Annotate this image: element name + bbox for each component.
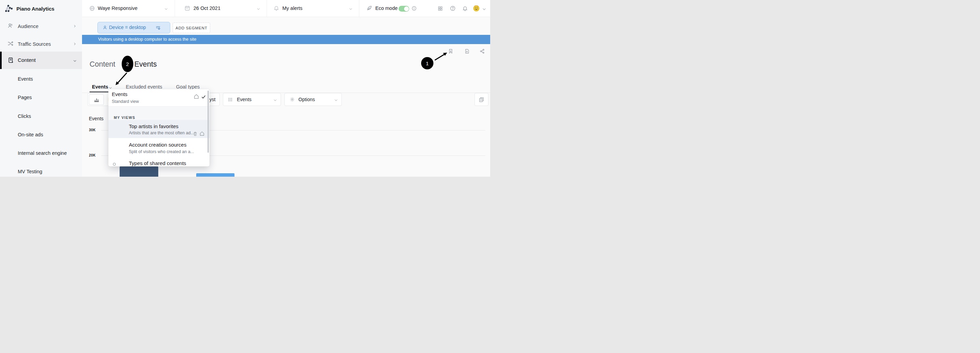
topbar: Waye Responsive 26 Oct 2021 My alerts bbox=[82, 0, 490, 17]
topbar-divider bbox=[267, 0, 267, 17]
globe-icon bbox=[89, 5, 95, 11]
view-item-standard[interactable]: Events Standard view bbox=[108, 89, 210, 106]
topbar-divider bbox=[175, 0, 175, 17]
tab-excluded-events[interactable]: Excluded events bbox=[126, 84, 162, 89]
sidebar-item-audience[interactable]: Audience bbox=[0, 22, 82, 32]
topbar-divider bbox=[359, 0, 359, 17]
view-title: Top artists in favorites bbox=[129, 123, 178, 129]
eco-mode-label: Eco mode bbox=[375, 5, 398, 11]
check-icon bbox=[201, 94, 206, 99]
view-item-account-creation[interactable]: Account creation sources Split of visito… bbox=[108, 138, 210, 156]
my-views-section: MY VIEWS bbox=[108, 106, 210, 120]
sidebar-subitem-pages[interactable]: Pages bbox=[18, 95, 32, 100]
chevron-right-icon bbox=[73, 24, 76, 28]
page-title: Events bbox=[134, 60, 157, 69]
sidebar: Piano Analytics Audience Traff bbox=[0, 0, 82, 176]
view-subtitle: Standard view bbox=[112, 99, 139, 104]
sidebar-subitem-onsite-ads[interactable]: On-site ads bbox=[18, 132, 43, 137]
content-document-icon bbox=[8, 57, 14, 64]
share-icon[interactable] bbox=[480, 49, 485, 54]
notifications-bell-icon[interactable] bbox=[462, 5, 468, 11]
active-section-indicator bbox=[0, 52, 2, 69]
y-tick-30k: 30K bbox=[85, 128, 96, 132]
view-marker-circle-icon bbox=[113, 163, 116, 166]
app-title: Piano Analytics bbox=[16, 6, 54, 12]
gear-icon bbox=[290, 97, 295, 102]
annotation-step-2: 2 bbox=[122, 56, 133, 72]
chevron-down-icon[interactable] bbox=[256, 7, 261, 11]
dropdown-scrollbar[interactable] bbox=[207, 91, 209, 153]
calendar-icon bbox=[184, 5, 190, 11]
sidebar-item-label: Audience bbox=[18, 24, 38, 29]
sidebar-subitem-clicks[interactable]: Clicks bbox=[18, 113, 31, 119]
options-select[interactable]: Options bbox=[285, 93, 342, 106]
sidebar-subitem-events[interactable]: Events bbox=[18, 76, 33, 82]
site-picker[interactable]: Waye Responsive bbox=[98, 5, 137, 11]
view-title: Types of shared contents bbox=[129, 160, 186, 166]
person-icon bbox=[102, 25, 108, 30]
options-select-value: Options bbox=[298, 97, 315, 102]
view-title: Account creation sources bbox=[129, 142, 186, 148]
segment-description-banner: Visitors using a desktop computer to acc… bbox=[82, 35, 490, 44]
chart-title: Events bbox=[89, 116, 103, 121]
tab-goal-types[interactable]: Goal types bbox=[176, 84, 200, 89]
eco-mode-toggle[interactable] bbox=[399, 6, 409, 12]
view-item-shared-contents[interactable]: Types of shared contents bbox=[108, 156, 210, 166]
chevron-right-icon bbox=[73, 42, 76, 46]
sidebar-item-traffic-sources[interactable]: Traffic Sources bbox=[0, 39, 82, 49]
date-picker[interactable]: 26 Oct 2021 bbox=[194, 5, 221, 11]
sidebar-subitem-mv-testing[interactable]: MV Testing bbox=[18, 169, 42, 174]
help-icon[interactable] bbox=[450, 5, 456, 11]
breakdown-select-value: Events bbox=[237, 97, 251, 102]
piano-logo-icon bbox=[5, 4, 13, 13]
add-segment-button[interactable]: ADD SEGMENT bbox=[173, 22, 210, 33]
chevron-down-icon[interactable] bbox=[348, 7, 353, 11]
eco-leaf-icon bbox=[366, 5, 372, 11]
copy-icon bbox=[479, 97, 484, 103]
chevron-down-icon bbox=[273, 98, 277, 102]
bar-series-dark[interactable] bbox=[119, 166, 158, 176]
annotation-number: 2 bbox=[126, 61, 129, 67]
sidebar-item-label: Content bbox=[18, 57, 36, 63]
apps-grid-icon[interactable] bbox=[438, 6, 443, 11]
annotation-step-1: 1 bbox=[421, 57, 433, 69]
bar-series-light[interactable] bbox=[196, 173, 234, 176]
view-item-top-artists[interactable]: Top artists in favorites Artists that ar… bbox=[108, 120, 210, 138]
chevron-down-icon bbox=[334, 98, 338, 102]
tab-events[interactable]: Events bbox=[92, 84, 108, 89]
delete-view-trash-icon[interactable] bbox=[193, 131, 197, 136]
chevron-down-icon bbox=[73, 59, 77, 63]
my-views-label: MY VIEWS bbox=[114, 116, 135, 119]
export-document-icon[interactable]: D bbox=[465, 49, 470, 54]
segment-chip-device-desktop[interactable]: Device = desktop bbox=[97, 22, 170, 33]
view-subtitle: Split of visitors who created an a... bbox=[129, 149, 194, 154]
audience-icon bbox=[7, 22, 14, 29]
sidebar-subitem-internal-search[interactable]: Internal search engine bbox=[18, 150, 67, 156]
sidebar-item-content[interactable]: Content bbox=[0, 52, 82, 69]
sidebar-item-label: Traffic Sources bbox=[18, 41, 51, 47]
breakdown-select[interactable]: Events bbox=[223, 93, 281, 106]
alerts-bell-icon bbox=[274, 5, 279, 11]
y-tick-20k: 20K bbox=[85, 153, 96, 157]
save-bookmark-icon[interactable] bbox=[448, 49, 453, 54]
views-dropdown-panel: Events Standard view MY VIEWS Top artist… bbox=[108, 89, 210, 166]
add-segment-label: ADD SEGMENT bbox=[175, 26, 207, 30]
segment-chip-label: Device = desktop bbox=[109, 25, 146, 30]
chart-view-button[interactable] bbox=[89, 94, 104, 105]
list-icon bbox=[228, 97, 233, 102]
toggle-knob bbox=[404, 6, 409, 11]
info-icon[interactable] bbox=[412, 6, 417, 11]
set-default-home-icon[interactable] bbox=[199, 131, 205, 136]
home-icon[interactable] bbox=[194, 94, 199, 99]
chevron-down-icon[interactable] bbox=[164, 7, 168, 11]
user-avatar[interactable] bbox=[473, 5, 480, 12]
copy-table-button[interactable] bbox=[474, 93, 488, 106]
banner-text: Visitors using a desktop computer to acc… bbox=[98, 37, 196, 42]
breadcrumb-section: Content bbox=[89, 60, 115, 69]
chevron-down-icon[interactable] bbox=[482, 7, 487, 11]
svg-text:D: D bbox=[466, 51, 468, 52]
segment-settings-icon[interactable] bbox=[155, 25, 161, 31]
my-alerts-picker[interactable]: My alerts bbox=[282, 5, 302, 11]
annotation-number: 1 bbox=[426, 60, 429, 66]
view-subtitle: Artists that are the most often ad... bbox=[129, 130, 194, 135]
